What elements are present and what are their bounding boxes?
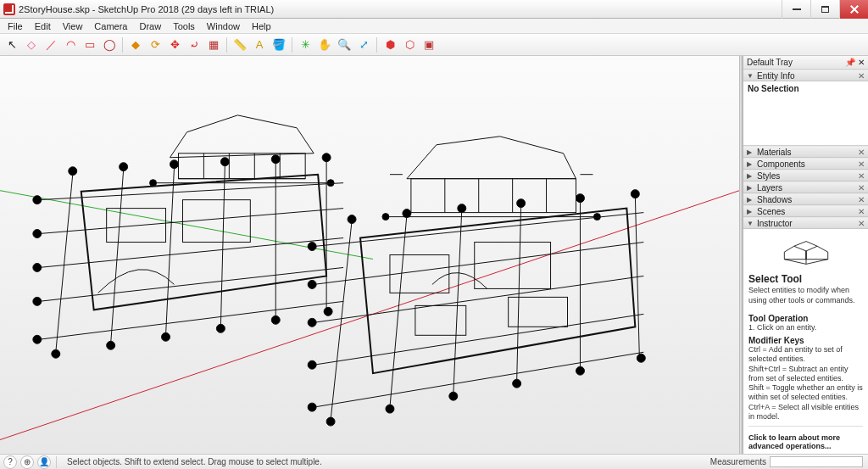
orbit-tool-button[interactable]: ✳ [297, 36, 314, 53]
chevron-down-icon: ▼ [747, 72, 754, 80]
svg-point-69 [308, 403, 316, 411]
svg-point-47 [162, 332, 170, 341]
arc-tool-button[interactable]: ◠ [62, 36, 79, 53]
panel-label: Shadows [757, 195, 792, 204]
tape-tool-button[interactable]: 📏 [231, 36, 248, 53]
svg-point-49 [271, 315, 280, 324]
main-area [0, 56, 743, 454]
panel-label: Layers [757, 183, 782, 193]
rect-tool-button[interactable]: ▭ [81, 36, 98, 53]
instructor-mod-3: Shift = Toggle whether an entity is with… [748, 383, 863, 403]
instructor-more-link[interactable]: Click to learn about more advanced opera… [748, 433, 863, 450]
svg-rect-13 [411, 179, 576, 213]
app-icon [3, 3, 15, 15]
panel-close-icon[interactable]: ✕ [857, 195, 865, 204]
menu-help[interactable]: Help [246, 21, 277, 31]
svg-rect-84 [475, 243, 551, 289]
panel-close-icon[interactable]: ✕ [857, 71, 865, 81]
pan-tool-button[interactable]: ✋ [316, 36, 333, 53]
svg-point-40 [120, 163, 128, 171]
menu-file[interactable]: File [2, 21, 29, 31]
entity-selection-text: No Selection [748, 84, 799, 93]
svg-point-79 [513, 379, 521, 388]
model-viewport[interactable] [0, 56, 743, 454]
svg-point-67 [308, 318, 316, 327]
person-icon[interactable]: 👤 [37, 455, 51, 469]
panel-components[interactable]: ▶ Components ✕ [743, 158, 868, 170]
svg-marker-88 [806, 246, 828, 259]
panel-scenes[interactable]: ▶ Scenes ✕ [743, 205, 868, 217]
svg-point-38 [33, 335, 42, 343]
svg-line-58 [314, 352, 643, 407]
panel-close-icon[interactable]: ✕ [857, 148, 865, 157]
zoom-tool-button[interactable]: 🔍 [336, 36, 353, 53]
panel-label: Components [757, 159, 805, 169]
svg-line-56 [314, 276, 643, 322]
svg-line-57 [314, 314, 643, 365]
menu-camera[interactable]: Camera [88, 21, 133, 31]
svg-point-76 [326, 417, 335, 426]
geo-icon[interactable]: ⊕ [20, 455, 34, 469]
window-controls [782, 0, 868, 19]
instructor-mod-header: Modifier Keys [748, 336, 863, 345]
select-tool-button[interactable]: ↖ [3, 36, 20, 53]
ext-tool-button[interactable]: ⬡ [401, 36, 418, 53]
svg-point-42 [220, 158, 229, 166]
panel-instructor[interactable]: ▼ Instructor ✕ [743, 217, 868, 229]
menu-draw[interactable]: Draw [133, 21, 167, 31]
warehouse-tool-button[interactable]: ⬢ [381, 36, 398, 53]
toolbar-separator [292, 37, 292, 53]
panel-label: Styles [757, 171, 780, 181]
svg-line-64 [635, 196, 639, 357]
svg-point-81 [637, 354, 645, 362]
measurements-input[interactable] [770, 456, 863, 467]
svg-line-1 [0, 183, 743, 454]
panel-layers[interactable]: ▶ Layers ✕ [743, 181, 868, 193]
panel-materials[interactable]: ▶ Materials ✕ [743, 146, 868, 158]
text-tool-button[interactable]: A [251, 36, 268, 53]
panel-close-icon[interactable]: ✕ [857, 219, 865, 228]
panel-label: Scenes [757, 207, 785, 216]
menu-view[interactable]: View [57, 21, 89, 31]
svg-point-65 [308, 243, 316, 251]
chevron-right-icon: ▶ [747, 172, 754, 180]
close-button[interactable] [839, 0, 868, 19]
rotate-tool-button[interactable]: ⤾ [186, 36, 203, 53]
panel-close-icon[interactable]: ✕ [857, 171, 865, 181]
svg-point-50 [324, 307, 332, 315]
panel-close-icon[interactable]: ✕ [857, 207, 865, 216]
svg-marker-2 [170, 115, 314, 158]
tray-header[interactable]: Default Tray 📌 ✕ [743, 56, 868, 70]
circle-tool-button[interactable]: ◯ [101, 36, 118, 53]
panel-close-icon[interactable]: ✕ [857, 183, 865, 193]
minimize-button[interactable] [782, 0, 810, 19]
help-icon[interactable]: ? [3, 455, 17, 469]
svg-rect-86 [509, 297, 568, 327]
line-tool-button[interactable]: ／ [42, 36, 59, 53]
pushpull-tool-button[interactable]: ◆ [127, 36, 144, 53]
menu-edit[interactable]: Edit [29, 21, 57, 31]
panel-styles[interactable]: ▶ Styles ✕ [743, 170, 868, 181]
instructor-body: Select Tool Select entities to modify wh… [743, 229, 868, 454]
viewport-canvas [0, 56, 743, 454]
svg-line-31 [220, 165, 225, 327]
zoom-ext-tool-button[interactable]: ⤢ [355, 36, 372, 53]
offset-tool-button[interactable]: ⟳ [147, 36, 164, 53]
svg-point-37 [33, 297, 42, 305]
menu-window[interactable]: Window [201, 21, 246, 31]
eraser-tool-button[interactable]: ◇ [23, 36, 40, 53]
move-tool-button[interactable]: ✥ [166, 36, 183, 53]
window-title: 2StoryHouse.skp - SketchUp Pro 2018 (29 … [19, 4, 274, 14]
maximize-button[interactable] [810, 0, 839, 19]
panel-label: Instructor [757, 219, 793, 228]
menu-tools[interactable]: Tools [167, 21, 201, 31]
scale-tool-button[interactable]: ▦ [205, 36, 222, 53]
toolbar-separator [376, 37, 377, 53]
svg-point-11 [327, 180, 334, 187]
paint-tool-button[interactable]: 🪣 [270, 36, 287, 53]
layout-tool-button[interactable]: ▣ [420, 36, 437, 53]
pin-icon[interactable]: 📌 ✕ [845, 58, 865, 67]
panel-entity-info[interactable]: ▼ Entity Info ✕ [743, 70, 868, 81]
panel-close-icon[interactable]: ✕ [857, 159, 865, 169]
panel-shadows[interactable]: ▶ Shadows ✕ [743, 193, 868, 205]
